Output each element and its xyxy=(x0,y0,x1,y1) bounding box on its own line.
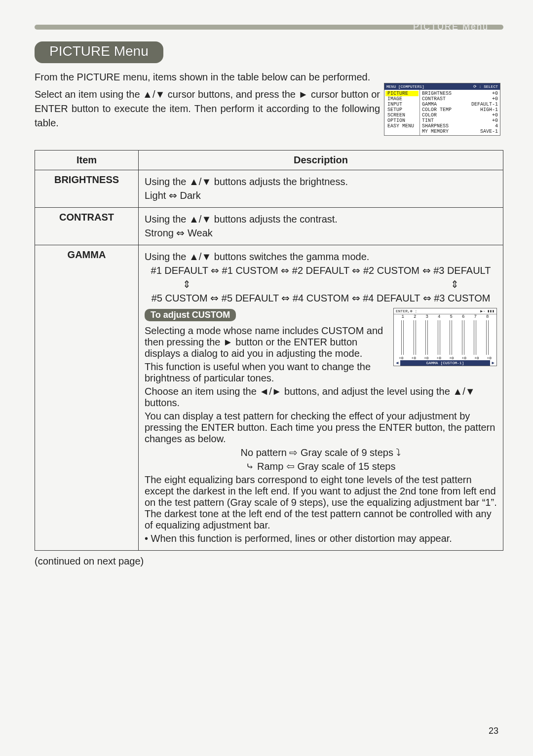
osd-item-screen: SCREEN xyxy=(385,113,419,118)
contrast-line1: Using the ▲/▼ buttons adjusts the contra… xyxy=(145,214,497,225)
section-title-pill: PICTURE Menu xyxy=(35,41,163,63)
gv: +0 xyxy=(436,356,441,360)
brightness-line2: Light ⇔ Dark xyxy=(145,189,497,201)
gn: 5 xyxy=(450,314,453,319)
osd-item-setup: SETUP xyxy=(385,107,419,113)
gamma-dialog-hdr-left: ENTER,⊕ : xyxy=(396,309,417,313)
osd-left-menu: PICTURE IMAGE INPUT SETUP SCREEN OPTION … xyxy=(384,90,420,135)
osd-value: +0 xyxy=(471,91,498,96)
gamma-seq1: #1 DEFAULT ⇔ #1 CUSTOM ⇔ #2 DEFAULT ⇔ #2… xyxy=(145,265,497,276)
osd-label: COLOR TEMP xyxy=(422,107,452,113)
row-brightness-desc: Using the ▲/▼ buttons adjusts the bright… xyxy=(139,170,503,208)
gn: 3 xyxy=(426,314,428,319)
osd-label: GAMMA xyxy=(422,102,452,107)
th-desc: Description xyxy=(139,151,503,170)
row-contrast-desc: Using the ▲/▼ buttons adjusts the contra… xyxy=(139,208,503,245)
continued-note: (continued on next page) xyxy=(35,556,503,567)
osd-item-easy-menu: EASY MENU xyxy=(385,123,419,129)
intro-p2: Select an item using the ▲/▼ cursor butt… xyxy=(35,87,380,130)
custom-p3: Choose an item using the ◄/► buttons, an… xyxy=(145,386,497,409)
osd-label: SHARPNESS xyxy=(422,123,452,129)
osd-value: 4 xyxy=(471,123,498,129)
osd-value: +0 xyxy=(471,96,498,102)
gn: 4 xyxy=(438,314,440,319)
osd-header-left: MENU [COMPUTER1] xyxy=(386,84,424,89)
pattern-line1: No pattern ⇨ Gray scale of 9 steps ⤵ xyxy=(145,447,497,458)
contrast-line2: Strong ⇔ Weak xyxy=(145,227,497,239)
gv: +0 xyxy=(424,356,429,360)
osd-value: DEFAULT-1 xyxy=(471,102,498,107)
custom-subheading: To adjust CUSTOM xyxy=(145,309,236,321)
row-gamma-desc: Using the ▲/▼ buttons switches the gamma… xyxy=(139,245,503,551)
osd-header-right: ⟳ : SELECT xyxy=(473,84,498,89)
custom-p6: • When this function is performed, lines… xyxy=(145,533,497,544)
gamma-switch-line: Using the ▲/▼ buttons switches the gamma… xyxy=(145,251,497,263)
osd-value: HIGH-1 xyxy=(471,107,498,113)
row-gamma-item: GAMMA xyxy=(35,245,139,551)
gn: 6 xyxy=(462,314,464,319)
osd-screenshot: MENU [COMPUTER1] ⟳ : SELECT PICTURE IMAG… xyxy=(384,83,500,136)
intro-p1: From the PICTURE menu, items shown in th… xyxy=(35,70,380,84)
osd-value: +0 xyxy=(471,118,498,123)
osd-item-input: INPUT xyxy=(385,102,419,107)
brightness-line1: Using the ▲/▼ buttons adjusts the bright… xyxy=(145,176,497,188)
gamma-dialog-hdr-right: ▶→ ▮▮▮ xyxy=(480,309,495,313)
osd-label: CONTRAST xyxy=(422,96,452,102)
gn: 2 xyxy=(414,314,416,319)
description-table: Item Description BRIGHTNESS Using the ▲/… xyxy=(35,150,503,551)
row-contrast-item: CONTRAST xyxy=(35,208,139,245)
th-item: Item xyxy=(35,151,139,170)
gv: +0 xyxy=(487,356,492,360)
osd-header: MENU [COMPUTER1] ⟳ : SELECT xyxy=(384,83,500,90)
gamma-dialog-screenshot: ENTER,⊕ : ▶→ ▮▮▮ 1 2 3 4 5 6 7 8 xyxy=(393,308,497,366)
pattern-line2: ⤷ Ramp ⇦ Gray scale of 15 steps xyxy=(145,460,497,472)
gamma-left-arrow: ◀ xyxy=(396,360,398,366)
osd-value: +0 xyxy=(471,113,498,118)
gv: +0 xyxy=(399,356,404,360)
gamma-footer: GAMMA [CUSTOM-1] xyxy=(400,360,490,366)
osd-label: BRIGHTNESS xyxy=(422,91,452,96)
osd-item-image: IMAGE xyxy=(385,96,419,102)
gv: +0 xyxy=(474,356,479,360)
row-brightness-item: BRIGHTNESS xyxy=(35,170,139,208)
gn: 1 xyxy=(402,314,404,319)
osd-item-picture: PICTURE xyxy=(385,91,419,96)
gv: +0 xyxy=(411,356,416,360)
gamma-right-arrow: ▶ xyxy=(492,360,495,366)
osd-label: MY MEMORY xyxy=(422,129,452,134)
custom-p4: You can display a test pattern for check… xyxy=(145,411,497,445)
top-rule: PICTURE Menu xyxy=(35,25,503,30)
page-number: 23 xyxy=(489,726,498,736)
osd-right-values: BRIGHTNESS CONTRAST GAMMA COLOR TEMP COL… xyxy=(420,90,500,135)
gn: 7 xyxy=(474,314,477,319)
gn: 8 xyxy=(486,314,489,319)
gv: +0 xyxy=(449,356,454,360)
osd-label: COLOR xyxy=(422,113,452,118)
breadcrumb: PICTURE Menu xyxy=(408,20,494,34)
osd-value: SAVE-1 xyxy=(471,129,498,134)
gv: +0 xyxy=(461,356,466,360)
custom-p5: The eight equalizing bars correspond to … xyxy=(145,474,497,531)
osd-item-option: OPTION xyxy=(385,118,419,123)
gamma-seq2: #5 CUSTOM ⇔ #5 DEFAULT ⇔ #4 CUSTOM ⇔ #4 … xyxy=(145,292,497,304)
gamma-arrows: ⇕⇕ xyxy=(183,278,459,290)
osd-label: TINT xyxy=(422,118,452,123)
intro-block: From the PICTURE menu, items shown in th… xyxy=(35,70,380,130)
